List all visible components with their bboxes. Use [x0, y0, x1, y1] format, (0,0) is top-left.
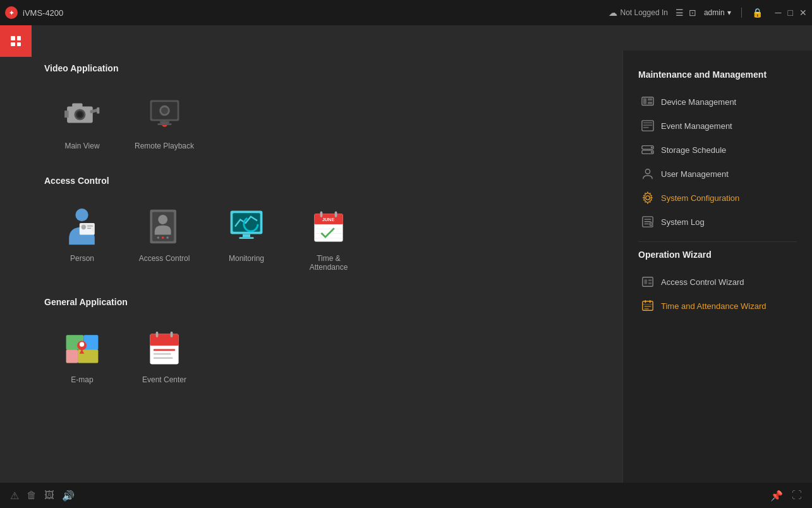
time-attendance-icon-wrap: JUNE: [306, 205, 351, 249]
right-item-time-attendance-wizard[interactable]: Time and Attendance Wizard: [638, 294, 797, 318]
system-log-icon: [641, 215, 655, 229]
wizard-title: Operation Wizard: [638, 250, 797, 260]
main-view-icon-wrap: [60, 92, 104, 136]
event-management-label: Event Management: [661, 121, 732, 131]
access-control-wizard-svg: [641, 275, 654, 288]
lock-icon[interactable]: 🔒: [752, 8, 763, 18]
minimize-button[interactable]: ─: [775, 8, 782, 18]
app-monitoring[interactable]: Monitoring: [209, 198, 284, 278]
svg-rect-82: [643, 304, 653, 305]
app-person[interactable]: Person: [44, 198, 120, 278]
svg-rect-54: [154, 357, 173, 359]
main-container: Video Application: [0, 51, 812, 508]
app-event-center[interactable]: Event Center: [126, 320, 202, 390]
titlebar-icons: ☰ ⊡: [676, 8, 696, 18]
person-icon: [63, 207, 101, 248]
right-item-system-configuration[interactable]: System Configuration: [638, 186, 797, 210]
svg-point-65: [651, 147, 653, 148]
right-panel: Maintenance and Management Device Manage…: [622, 51, 812, 508]
svg-rect-71: [645, 221, 651, 222]
app-title: iVMS-4200: [23, 8, 63, 18]
bottom-bar: ⚠ 🗑 🖼 🔊 📌 ⛶: [0, 483, 812, 508]
window-controls: ─ □ ✕: [775, 8, 807, 18]
app-remote-playback[interactable]: Remote Playback: [126, 86, 202, 157]
person-icon-wrap: [60, 205, 104, 249]
event-management-icon: [641, 119, 655, 133]
time-attendance-label: Time & Attendance: [297, 254, 360, 272]
svg-point-15: [75, 208, 88, 221]
separator: [741, 8, 742, 18]
remote-playback-icon: [147, 97, 182, 132]
right-item-device-management[interactable]: Device Management: [638, 90, 797, 114]
chevron-down-icon: ▾: [727, 8, 731, 17]
user-management-svg: [641, 167, 654, 180]
device-management-icon: [641, 95, 655, 109]
right-item-system-log[interactable]: System Log: [638, 210, 797, 234]
right-item-access-control-wizard[interactable]: Access Control Wizard: [638, 270, 797, 294]
svg-rect-7: [97, 107, 99, 114]
svg-rect-62: [643, 127, 649, 128]
app-time-attendance[interactable]: JUNE Time & Attendance: [291, 198, 367, 278]
cloud-icon: ☁: [609, 8, 617, 18]
general-app-grid: E-map: [44, 320, 603, 390]
svg-rect-72: [645, 224, 649, 224]
svg-rect-16: [80, 223, 95, 234]
menu-icon[interactable]: ☰: [676, 8, 684, 18]
app-main-view[interactable]: Main View: [44, 86, 120, 157]
svg-rect-50: [156, 332, 159, 337]
right-item-storage-schedule[interactable]: Storage Schedule: [638, 138, 797, 162]
person-label: Person: [70, 254, 94, 263]
general-application-section: General Application: [44, 297, 603, 390]
svg-point-25: [166, 236, 169, 239]
event-management-svg: [641, 119, 654, 132]
maintenance-title: Maintenance and Management: [638, 70, 797, 80]
e-map-icon: [63, 329, 101, 367]
event-center-icon-wrap: [142, 326, 186, 370]
main-view-label: Main View: [64, 142, 99, 150]
time-attendance-wizard-icon: [641, 299, 655, 313]
svg-point-24: [162, 236, 164, 239]
access-control-wizard-label: Access Control Wizard: [661, 277, 744, 287]
svg-rect-80: [645, 300, 646, 303]
svg-rect-36: [335, 212, 337, 217]
svg-rect-49: [150, 342, 178, 346]
admin-button[interactable]: admin ▾: [704, 8, 731, 17]
svg-rect-51: [171, 332, 173, 337]
fullscreen-icon[interactable]: ⛶: [792, 490, 802, 502]
svg-point-17: [82, 224, 86, 229]
svg-rect-14: [157, 123, 171, 125]
app-e-map[interactable]: E-map: [44, 320, 120, 390]
general-application-title: General Application: [44, 297, 603, 307]
speaker-icon[interactable]: 🔊: [62, 490, 75, 502]
maximize-button[interactable]: □: [788, 8, 793, 18]
home-button[interactable]: [0, 25, 32, 57]
image-icon[interactable]: 🖼: [44, 490, 54, 501]
warning-icon[interactable]: ⚠: [10, 490, 19, 502]
access-control-icon-wrap: [142, 205, 186, 249]
close-button[interactable]: ✕: [799, 8, 807, 18]
video-application-title: Video Application: [44, 63, 603, 73]
svg-point-11: [161, 107, 168, 114]
pin-icon[interactable]: 📌: [770, 490, 783, 502]
storage-schedule-icon: [641, 143, 655, 157]
svg-text:JUNE: JUNE: [322, 217, 335, 222]
video-app-grid: Main View: [44, 86, 603, 157]
access-control-section: Access Control: [44, 176, 603, 278]
right-item-user-management[interactable]: User Management: [638, 162, 797, 186]
system-log-label: System Log: [661, 217, 705, 227]
trash-icon[interactable]: 🗑: [27, 490, 37, 501]
login-status[interactable]: ☁ Not Logged In: [609, 8, 668, 18]
svg-rect-77: [648, 279, 651, 281]
app-access-control[interactable]: Access Control: [126, 198, 202, 278]
monitor-icon[interactable]: ⊡: [689, 8, 696, 18]
svg-point-22: [158, 215, 167, 224]
right-item-event-management[interactable]: Event Management: [638, 114, 797, 138]
camera-icon: [62, 99, 103, 130]
system-configuration-svg: [641, 191, 654, 204]
app-logo: ✦: [5, 6, 18, 19]
time-attendance-wizard-svg: [641, 299, 654, 312]
storage-schedule-svg: [641, 143, 654, 156]
e-map-icon-wrap: [60, 326, 104, 370]
system-log-svg: [641, 215, 654, 228]
video-application-section: Video Application: [44, 63, 603, 157]
